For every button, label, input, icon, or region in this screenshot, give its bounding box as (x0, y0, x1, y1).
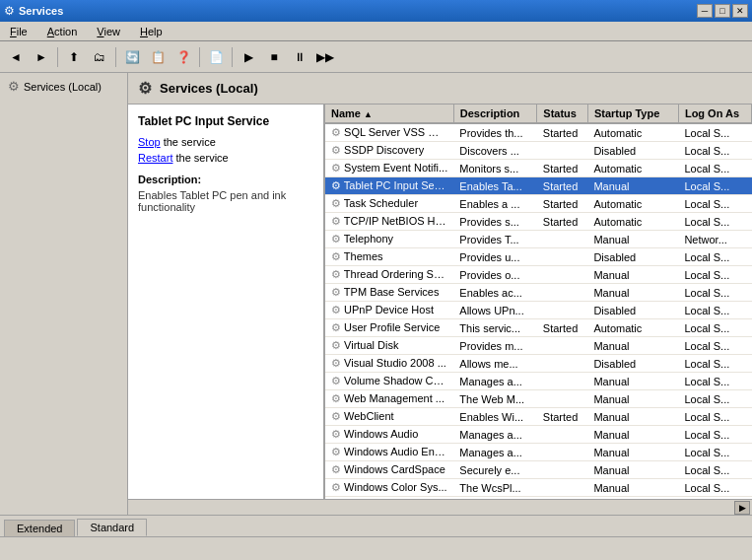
table-row[interactable]: ⚙ SSDP DiscoveryDiscovers ...DisabledLoc… (325, 142, 752, 160)
table-row[interactable]: ⚙ TPM Base ServicesEnables ac...ManualLo… (325, 284, 752, 302)
scroll-right-btn[interactable]: ▶ (734, 501, 750, 515)
pause-button[interactable]: ⏸ (288, 45, 311, 69)
table-row[interactable]: ⚙ Windows Color Sys...The WcsPl...Manual… (325, 479, 752, 497)
show-hide-button[interactable]: 🗂 (88, 45, 111, 69)
tab-standard[interactable]: Standard (77, 519, 147, 536)
col-header-startup[interactable]: Startup Type (587, 105, 678, 123)
cell-desc: Provides s... (453, 213, 537, 231)
cell-startup: Manual (587, 444, 678, 461)
cell-logon: Local S... (678, 284, 751, 302)
row-icon: ⚙ (331, 144, 341, 156)
col-header-logon[interactable]: Log On As (678, 105, 751, 123)
table-row[interactable]: ⚙ ThemesProvides u...DisabledLocal S... (325, 248, 752, 266)
right-panel: ⚙ Services (Local) Tablet PC Input Servi… (128, 73, 752, 515)
stop-button[interactable]: ■ (262, 45, 286, 69)
status-bar (0, 536, 752, 558)
table-row[interactable]: ⚙ Task SchedulerEnables a ...StartedAuto… (325, 195, 752, 213)
cell-desc: Securely e... (453, 461, 537, 479)
export-button[interactable]: 📋 (146, 45, 170, 69)
table-row[interactable]: ⚙ Volume Shadow CopyManages a...ManualLo… (325, 373, 752, 390)
help-button[interactable]: ❓ (171, 45, 195, 69)
cell-desc: Allows UPn... (453, 302, 537, 319)
table-row[interactable]: ⚙ TelephonyProvides T...ManualNetwor... (325, 231, 752, 248)
up-button[interactable]: ⬆ (62, 45, 86, 69)
cell-logon: Local S... (678, 266, 751, 284)
cell-name: ⚙ Windows Audio End... (325, 444, 453, 461)
cell-startup: Manual (587, 390, 678, 408)
cell-logon: Local S... (678, 123, 751, 142)
services-table-container[interactable]: Name ▲ Description Status Startup Type L… (325, 105, 752, 499)
stop-service-link[interactable]: Stop the service (138, 136, 313, 148)
row-icon: ⚙ (331, 126, 341, 138)
restart-link[interactable]: Restart (138, 152, 172, 164)
tree-item-services-local[interactable]: ⚙ Services (Local) (4, 77, 123, 96)
cell-status (537, 231, 588, 248)
tabs-bar: Extended Standard (0, 515, 752, 536)
cell-status: Started (537, 408, 588, 426)
cell-name: ⚙ Tablet PC Input Service (325, 177, 453, 195)
cell-startup: Manual (587, 373, 678, 390)
table-row[interactable]: ⚙ User Profile ServiceThis servic...Star… (325, 319, 752, 337)
cell-desc: Enables a ... (453, 195, 537, 213)
description-text: Enables Tablet PC pen and ink functional… (138, 189, 313, 213)
resume-button[interactable]: ▶▶ (313, 45, 337, 69)
cell-status (537, 355, 588, 373)
cell-desc: Allows me... (453, 355, 537, 373)
table-row[interactable]: ⚙ SQL Server VSS Wri...Provides th...Sta… (325, 123, 752, 142)
table-row[interactable]: ⚙ Windows CardSpaceSecurely e...ManualLo… (325, 461, 752, 479)
restart-service-link[interactable]: Restart the service (138, 152, 313, 164)
col-header-status[interactable]: Status (537, 105, 588, 123)
cell-startup: Automatic (587, 160, 678, 177)
table-row[interactable]: ⚙ Tablet PC Input ServiceEnables Ta...St… (325, 177, 752, 195)
cell-name: ⚙ SSDP Discovery (325, 142, 453, 160)
table-body: ⚙ SQL Server VSS Wri...Provides th...Sta… (325, 123, 752, 499)
cell-desc: The Web M... (453, 390, 537, 408)
cell-name: ⚙ TCP/IP NetBIOS He... (325, 213, 453, 231)
table-row[interactable]: ⚙ Thread Ordering Se...Provides o...Manu… (325, 266, 752, 284)
table-row[interactable]: ⚙ Windows AudioManages a...ManualLocal S… (325, 426, 752, 444)
table-row[interactable]: ⚙ Windows Audio End...Manages a...Manual… (325, 444, 752, 461)
menu-view[interactable]: View (91, 24, 126, 39)
cell-desc: Manages a... (453, 426, 537, 444)
close-button[interactable]: ✕ (732, 4, 748, 18)
table-row[interactable]: ⚙ UPnP Device HostAllows UPn...DisabledL… (325, 302, 752, 319)
row-icon: ⚙ (331, 268, 341, 280)
menu-action[interactable]: Action (41, 24, 84, 39)
menu-bar: File Action View Help (0, 22, 752, 41)
cell-startup: Disabled (587, 248, 678, 266)
cell-desc: Manages a... (453, 373, 537, 390)
table-row[interactable]: ⚙ WebClientEnables Wi...StartedManualLoc… (325, 408, 752, 426)
back-button[interactable]: ◄ (4, 45, 28, 69)
row-icon: ⚙ (331, 233, 341, 245)
horizontal-scrollbar[interactable]: ▶ (128, 499, 752, 515)
table-row[interactable]: ⚙ Visual Studio 2008 ...Allows me...Disa… (325, 355, 752, 373)
table-row[interactable]: ⚙ Web Management ...The Web M...ManualLo… (325, 390, 752, 408)
cell-status (537, 444, 588, 461)
maximize-button[interactable]: □ (715, 4, 730, 18)
cell-startup: Automatic (587, 123, 678, 142)
cell-logon: Local S... (678, 319, 751, 337)
services-table: Name ▲ Description Status Startup Type L… (325, 105, 752, 499)
minimize-button[interactable]: ─ (697, 4, 713, 18)
table-row[interactable]: ⚙ Virtual DiskProvides m...ManualLocal S… (325, 337, 752, 355)
cell-logon: Local S... (678, 248, 751, 266)
forward-button[interactable]: ► (30, 45, 53, 69)
cell-logon: Networ... (678, 231, 751, 248)
start-button[interactable]: ▶ (237, 45, 260, 69)
col-header-name[interactable]: Name ▲ (325, 105, 453, 123)
stop-link[interactable]: Stop (138, 136, 161, 148)
cell-name: ⚙ Virtual Disk (325, 337, 453, 355)
table-row[interactable]: ⚙ TCP/IP NetBIOS He...Provides s...Start… (325, 213, 752, 231)
tab-extended[interactable]: Extended (4, 520, 75, 536)
table-row[interactable]: ⚙ System Event Notifi...Monitors s...Sta… (325, 160, 752, 177)
col-header-desc[interactable]: Description (453, 105, 537, 123)
cell-logon: Local S... (678, 213, 751, 231)
menu-help[interactable]: Help (134, 24, 169, 39)
properties-button[interactable]: 📄 (204, 45, 228, 69)
description-label: Description: (138, 174, 313, 185)
cell-startup: Manual (587, 177, 678, 195)
menu-file[interactable]: File (4, 24, 34, 39)
cell-startup: Manual (587, 284, 678, 302)
cell-name: ⚙ Windows Color Sys... (325, 479, 453, 497)
refresh-button[interactable]: 🔄 (120, 45, 144, 69)
